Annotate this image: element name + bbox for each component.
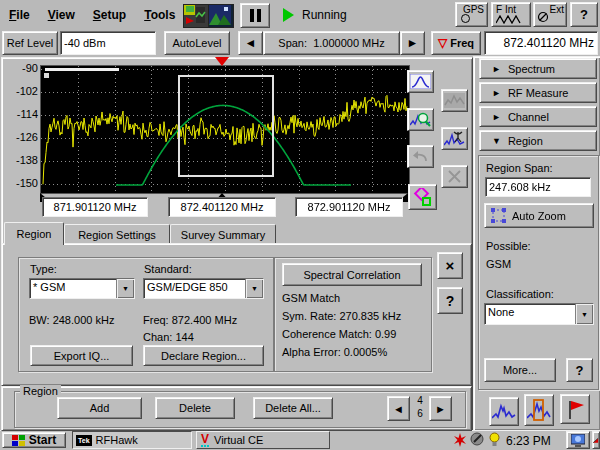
zoom-region-button[interactable]: [407, 108, 434, 131]
classification-value: None: [485, 304, 575, 324]
chevron-down-icon[interactable]: ▼: [116, 279, 134, 298]
sidebar-section-spectrum[interactable]: ► Spectrum: [479, 58, 597, 79]
spectrum-trace-icon: [492, 403, 516, 420]
possible-label: Possible:: [486, 240, 531, 252]
pause-icon: [250, 9, 254, 22]
right-arrow-icon: ►: [435, 403, 446, 415]
center-freq-readout[interactable]: [484, 31, 598, 55]
sidebar-help-button[interactable]: ?: [566, 358, 593, 382]
freq-button-label: Freq: [450, 37, 474, 49]
tab-region[interactable]: Region: [4, 222, 64, 245]
df-antenna-button[interactable]: [441, 127, 468, 150]
standard-select[interactable]: GSM/EDGE 850 ▼: [143, 278, 264, 299]
network-tray-button[interactable]: [592, 431, 600, 449]
declare-region-button[interactable]: Declare Region...: [143, 345, 264, 366]
autolevel-label: AutoLevel: [173, 37, 222, 49]
peak-shape-button[interactable]: [407, 70, 434, 93]
sidebar-section-region[interactable]: ▼ Region: [479, 130, 597, 151]
panel-help-button[interactable]: ?: [437, 287, 463, 314]
span-prev-button[interactable]: ◄: [238, 31, 263, 55]
page-prev-button[interactable]: ◄: [387, 396, 410, 421]
peak-curve-icon: [410, 74, 431, 89]
auto-zoom-button[interactable]: Auto Zoom: [484, 203, 594, 228]
span-next-button[interactable]: ►: [400, 31, 425, 55]
sidebar-section-rf-measure[interactable]: ► RF Measure: [479, 82, 597, 103]
autolevel-button[interactable]: AutoLevel: [164, 31, 230, 55]
ref-level-input[interactable]: [60, 31, 156, 55]
region-view-button[interactable]: [524, 394, 554, 426]
clock[interactable]: 6:23 PM: [506, 434, 551, 448]
classification-select[interactable]: None ▼: [484, 303, 594, 325]
freq-readout: Freq: 872.400 MHz: [143, 314, 237, 326]
region-span-input[interactable]: [485, 177, 591, 197]
task-rfhawk[interactable]: Tek RFHawk: [72, 431, 192, 449]
more-label: More...: [503, 364, 537, 376]
symbol-rate-line: Sym. Rate: 270.835 kHz: [282, 310, 401, 322]
page-next-button[interactable]: ►: [429, 396, 452, 421]
connection-icon: [593, 434, 599, 447]
center-freq-input[interactable]: [168, 197, 276, 217]
ref-level-label: Ref Level: [7, 37, 53, 49]
standard-label: Standard:: [144, 263, 192, 275]
help-button[interactable]: ?: [570, 2, 598, 27]
page-indicator: 4 6: [412, 394, 428, 422]
declare-region-label: Declare Region...: [161, 350, 246, 362]
tab-survey-summary[interactable]: Survey Summary: [170, 224, 276, 245]
undo-zoom-button[interactable]: [407, 145, 434, 168]
center-marker-icon[interactable]: [215, 57, 229, 66]
type-select[interactable]: * GSM ▼: [29, 278, 135, 299]
stylus-tray-icon[interactable]: [470, 432, 485, 447]
delete-button[interactable]: Delete: [155, 397, 235, 419]
y-axis-label: -150: [8, 177, 38, 189]
add-button[interactable]: Add: [57, 397, 142, 419]
menu-setup[interactable]: Setup: [84, 5, 135, 25]
backlight-tray-icon[interactable]: [488, 432, 501, 447]
spectrum-view-button[interactable]: [489, 397, 519, 426]
menu-tools[interactable]: Tools: [135, 5, 184, 25]
task-virtualce[interactable]: V Virtual CE: [196, 431, 330, 449]
rfhawk-window: File View Setup Tools Running GPS: [0, 0, 600, 450]
running-label: Running: [302, 8, 347, 22]
more-button[interactable]: More...: [484, 358, 556, 382]
coverage-map-icon[interactable]: [208, 4, 234, 28]
start-freq-input[interactable]: [42, 197, 148, 217]
span-value: Span: 1.000000 MHz: [278, 37, 384, 49]
spectrogram-button[interactable]: [441, 89, 468, 112]
region-selection-box[interactable]: [178, 75, 274, 177]
chevron-down-icon[interactable]: ▼: [245, 279, 263, 298]
stop-freq-input[interactable]: [295, 197, 403, 217]
delete-all-button[interactable]: Delete All...: [253, 397, 333, 419]
right-arrow-icon: ►: [407, 36, 419, 50]
spectral-correlation-button[interactable]: Spectral Correlation: [282, 263, 422, 286]
undo-arrow-icon: [412, 150, 429, 163]
freq-marker-button[interactable]: ▽ Freq: [431, 31, 481, 55]
sidebar-section-channel[interactable]: ► Channel: [479, 106, 597, 127]
flag-button[interactable]: [560, 394, 590, 424]
marker-shapes-icon: [413, 188, 432, 207]
menu-view[interactable]: View: [39, 5, 84, 25]
pause-button[interactable]: [240, 3, 270, 28]
gps-button[interactable]: GPS: [455, 2, 488, 27]
y-axis-label: -126: [8, 131, 38, 143]
export-iq-button[interactable]: Export IQ...: [30, 345, 133, 366]
clear-region-button[interactable]: [441, 165, 468, 188]
fint-label: F Int: [496, 4, 516, 15]
alert-tray-icon[interactable]: [453, 433, 467, 447]
freq-ref-internal-button[interactable]: F Int: [491, 2, 531, 27]
ref-level-button[interactable]: Ref Level: [2, 31, 58, 55]
spectrum-zoom-icon: [410, 111, 431, 128]
page-total: 6: [412, 407, 428, 420]
survey-map-icon[interactable]: [183, 4, 209, 28]
tab-survey-summary-label: Survey Summary: [181, 229, 265, 241]
y-axis-label: -90: [8, 62, 38, 74]
freq-ref-external-button[interactable]: Ext: [533, 2, 567, 27]
start-button[interactable]: Start: [2, 432, 66, 448]
display-tray-button[interactable]: [566, 431, 590, 449]
span-display-button[interactable]: Span: 1.000000 MHz: [263, 31, 400, 55]
chevron-down-icon[interactable]: ▼: [575, 304, 593, 324]
tab-region-settings[interactable]: Region Settings: [64, 224, 170, 245]
close-button[interactable]: ×: [437, 252, 463, 279]
menu-file[interactable]: File: [0, 5, 39, 25]
section-label: Region: [508, 135, 543, 147]
markers-button[interactable]: [408, 184, 437, 210]
